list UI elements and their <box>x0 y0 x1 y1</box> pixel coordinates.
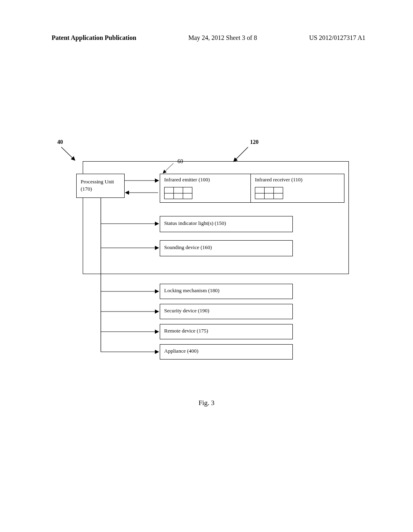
ref-120: 120 <box>250 139 259 145</box>
emitter-grid-98 <box>164 187 192 199</box>
svg-line-1 <box>234 147 248 161</box>
appliance-box: Appliance (400) <box>160 344 293 360</box>
status-label: Status indicator light(s) (150) <box>164 220 226 226</box>
security-box: Security device (190) <box>160 304 293 319</box>
diagram: 40 120 60 98 108 Processing Unit (170) I… <box>52 139 363 365</box>
processing-unit-label: Processing Unit (170) <box>81 179 114 192</box>
locking-label: Locking mechanism (180) <box>164 287 219 293</box>
svg-line-0 <box>61 147 75 160</box>
locking-box: Locking mechanism (180) <box>160 284 293 299</box>
status-box: Status indicator light(s) (150) <box>160 216 293 232</box>
inner-box-60: Infrared emitter (100) Infrared receiver… <box>160 174 344 203</box>
header-docnum: US 2012/0127317 A1 <box>309 34 365 42</box>
sounding-box: Sounding device (160) <box>160 240 293 256</box>
receiver-box: Infrared receiver (110) <box>251 174 344 202</box>
emitter-box: Infrared emitter (100) <box>160 174 251 202</box>
receiver-label: Infrared receiver (110) <box>251 174 344 184</box>
emitter-label: Infrared emitter (100) <box>160 174 250 184</box>
header-publication: Patent Application Publication <box>52 34 136 42</box>
security-label: Security device (190) <box>164 308 209 314</box>
sounding-label: Sounding device (160) <box>164 244 212 250</box>
processing-unit-box: Processing Unit (170) <box>76 174 125 198</box>
header-sheet: May 24, 2012 Sheet 3 of 8 <box>188 34 257 42</box>
ref-40: 40 <box>57 139 63 145</box>
page-header: Patent Application Publication May 24, 2… <box>0 34 413 42</box>
remote-box: Remote device (175) <box>160 324 293 339</box>
remote-label: Remote device (175) <box>164 328 208 334</box>
appliance-label: Appliance (400) <box>164 348 198 354</box>
receiver-grid-108 <box>255 187 283 199</box>
figure-caption: Fig. 3 <box>0 399 413 407</box>
outer-box-120: Processing Unit (170) Infrared emitter (… <box>83 161 349 274</box>
